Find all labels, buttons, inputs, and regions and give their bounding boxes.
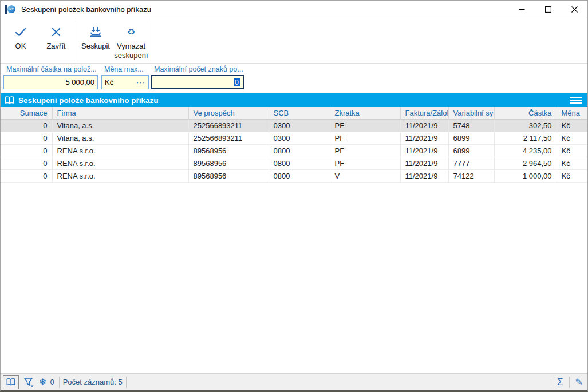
check-icon — [13, 24, 28, 40]
column-header-castka[interactable]: Částka — [494, 107, 557, 119]
statusbar: ❄ 0 Počet záznamů: 5 Σ ✎ — [1, 373, 587, 390]
cell-zkratka[interactable]: PF — [330, 132, 400, 144]
cell-firma[interactable]: RENA s.r.o. — [52, 169, 188, 182]
max-amount-input[interactable]: 5 000,00 — [3, 75, 98, 89]
max-chars-label: Maximální počet znaků po... — [151, 65, 244, 75]
menu-icon[interactable] — [568, 96, 584, 105]
cell-var_symbol[interactable]: 6899 — [448, 144, 494, 157]
statusbar-separator — [59, 377, 60, 388]
ok-button[interactable]: OK — [3, 18, 38, 63]
statusbar-separator — [126, 377, 127, 388]
grid-panel-title: Seskupení polože bankovního příkazu — [18, 96, 159, 105]
cell-scb[interactable]: 0300 — [269, 132, 330, 144]
table-row[interactable]: 0RENA s.r.o.895689560800PF11/2021/968994… — [1, 144, 587, 157]
cell-firma[interactable]: Vitana, a.s. — [52, 132, 188, 144]
close-dialog-label: Zavřít — [46, 42, 65, 51]
group-button[interactable]: Seskupit — [78, 18, 113, 63]
cell-ve_prospech[interactable]: 252566893211 — [188, 132, 269, 144]
cell-zkratka[interactable]: PF — [330, 157, 400, 169]
cell-mena[interactable]: Kč — [557, 119, 587, 132]
cell-sumace[interactable]: 0 — [1, 169, 52, 182]
cell-castka[interactable]: 2 964,50 — [494, 157, 557, 169]
group-merge-icon — [88, 24, 103, 40]
cell-zkratka[interactable]: PF — [330, 144, 400, 157]
cell-faktura[interactable]: 11/2021/9 — [400, 132, 448, 144]
cell-castka[interactable]: 4 235,00 — [494, 144, 557, 157]
window-title: Seskupení položek bankovního příkazu — [21, 5, 151, 14]
grid-panel-header: Seskupení polože bankovního příkazu — [1, 93, 587, 107]
sum-button[interactable]: Σ — [555, 375, 566, 389]
column-header-sumace[interactable]: Sumace — [1, 107, 52, 119]
max-amount-label: Maximální částka na polož... — [3, 65, 98, 75]
column-header-var_symbol[interactable]: Variabilní symbol — [448, 107, 494, 119]
cell-scb[interactable]: 0800 — [269, 144, 330, 157]
cell-faktura[interactable]: 11/2021/9 — [400, 169, 448, 182]
frozen-count: 0 — [50, 378, 54, 386]
cell-firma[interactable]: Vitana, a.s. — [52, 119, 188, 132]
close-button[interactable] — [561, 1, 587, 18]
filter-button[interactable] — [21, 375, 37, 389]
column-header-mena[interactable]: Měna — [557, 107, 587, 119]
cell-var_symbol[interactable]: 5748 — [448, 119, 494, 132]
column-header-faktura[interactable]: Faktura/Záloha — [400, 107, 448, 119]
book-view-toggle[interactable] — [3, 375, 19, 389]
max-chars-input[interactable]: 0 — [151, 75, 244, 89]
cell-mena[interactable]: Kč — [557, 169, 587, 182]
cell-var_symbol[interactable]: 7777 — [448, 157, 494, 169]
grid-area: SumaceFirmaVe prospěchSCBZkratkaFaktura/… — [1, 107, 587, 373]
cell-mena[interactable]: Kč — [557, 157, 587, 169]
cell-castka[interactable]: 2 117,50 — [494, 132, 557, 144]
cell-faktura[interactable]: 11/2021/9 — [400, 119, 448, 132]
currency-label: Měna max... — [101, 65, 149, 75]
cell-ve_prospech[interactable]: 89568956 — [188, 157, 269, 169]
cell-mena[interactable]: Kč — [557, 144, 587, 157]
x-icon — [49, 24, 64, 40]
close-icon — [571, 6, 578, 13]
cell-sumace[interactable]: 0 — [1, 144, 52, 157]
group-label: Seskupit — [81, 42, 110, 51]
cell-ve_prospech[interactable]: 89568956 — [188, 144, 269, 157]
close-dialog-button[interactable]: Zavřít — [38, 18, 74, 63]
table-row[interactable]: 0RENA s.r.o.895689560800PF11/2021/977772… — [1, 157, 587, 169]
minimize-button[interactable] — [508, 1, 535, 18]
cell-castka[interactable]: 302,50 — [494, 119, 557, 132]
cell-sumace[interactable]: 0 — [1, 132, 52, 144]
cell-firma[interactable]: RENA s.r.o. — [52, 157, 188, 169]
cell-faktura[interactable]: 11/2021/9 — [400, 144, 448, 157]
clear-grouping-button[interactable]: ♻ Vymazat seskupení — [113, 18, 149, 63]
max-amount-field-group: Maximální částka na polož... 5 000,00 — [3, 65, 98, 89]
cell-zkratka[interactable]: PF — [330, 119, 400, 132]
cell-scb[interactable]: 0300 — [269, 119, 330, 132]
column-header-ve_prospech[interactable]: Ve prospěch — [188, 107, 269, 119]
currency-input[interactable]: Kč ··· — [101, 75, 149, 89]
column-header-zkratka[interactable]: Zkratka — [330, 107, 400, 119]
cell-mena[interactable]: Kč — [557, 132, 587, 144]
column-header-firma[interactable]: Firma — [52, 107, 188, 119]
max-chars-field-group: Maximální počet znaků po... 0 — [151, 65, 244, 89]
cell-zkratka[interactable]: V — [330, 169, 400, 182]
cell-scb[interactable]: 0800 — [269, 169, 330, 182]
grid-body: 0Vitana, a.s.2525668932110300PF11/2021/9… — [1, 119, 587, 182]
table-row[interactable]: 0RENA s.r.o.895689560800V11/2021/9741221… — [1, 169, 587, 182]
cell-ve_prospech[interactable]: 252566893211 — [188, 119, 269, 132]
column-header-scb[interactable]: SCB — [269, 107, 330, 119]
k2-app-icon: K2 — [5, 4, 17, 14]
cell-var_symbol[interactable]: 6899 — [448, 132, 494, 144]
currency-lookup-button[interactable]: ··· — [136, 78, 145, 86]
cell-castka[interactable]: 1 000,00 — [494, 169, 557, 182]
cell-var_symbol[interactable]: 74122 — [448, 169, 494, 182]
sigma-icon: Σ — [557, 377, 563, 387]
maximize-button[interactable] — [535, 1, 561, 18]
ok-label: OK — [15, 42, 26, 51]
cell-sumace[interactable]: 0 — [1, 119, 52, 132]
cell-ve_prospech[interactable]: 89568956 — [188, 169, 269, 182]
cell-firma[interactable]: RENA s.r.o. — [52, 144, 188, 157]
edit-button[interactable]: ✎ — [573, 375, 585, 389]
cell-scb[interactable]: 0800 — [269, 157, 330, 169]
toolbar-separator — [151, 21, 151, 61]
table-row[interactable]: 0Vitana, a.s.2525668932110300PF11/2021/9… — [1, 119, 587, 132]
table-row[interactable]: 0Vitana, a.s.2525668932110300PF11/2021/9… — [1, 132, 587, 144]
cell-faktura[interactable]: 11/2021/9 — [400, 157, 448, 169]
freeze-button[interactable]: ❄ — [37, 375, 49, 389]
cell-sumace[interactable]: 0 — [1, 157, 52, 169]
